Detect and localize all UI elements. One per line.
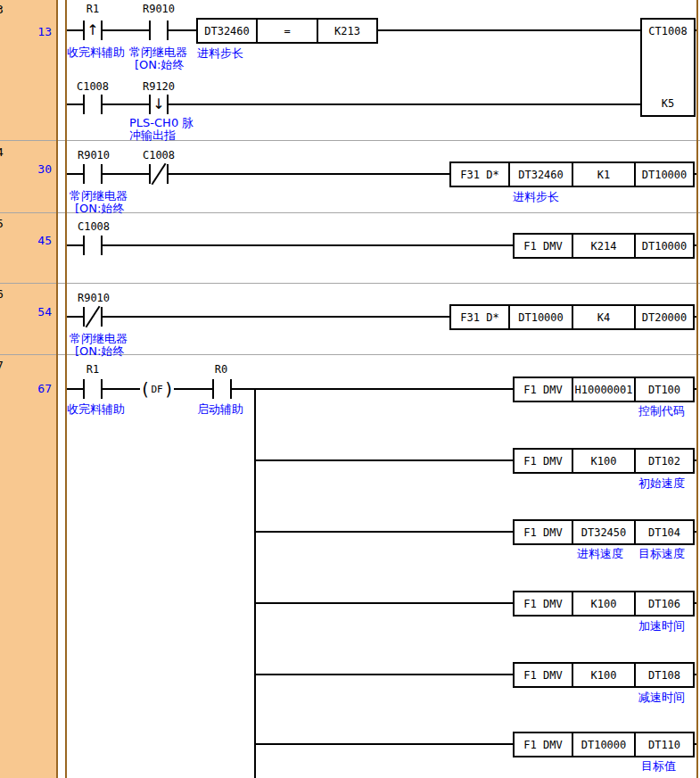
instruction-block[interactable]: F1 DMV K100 DT102 (513, 448, 695, 474)
instruction-operand: DT100 (634, 378, 693, 401)
contact-device-name[interactable]: R9010 (71, 149, 116, 161)
wire-segment (174, 388, 212, 390)
nc-slash (86, 306, 101, 328)
comment-label: 初始速度 (638, 476, 685, 492)
nc-contact[interactable] (167, 164, 169, 184)
branch-wire (254, 388, 256, 778)
no-contact[interactable] (83, 164, 85, 184)
df-label: DF (150, 384, 163, 395)
comment-label: 启动辅助 (197, 401, 243, 418)
right-bus-rail (696, 0, 698, 778)
instruction-mnemonic: F1 DMV (515, 521, 572, 543)
rung-separator (0, 140, 700, 141)
instruction-operand: K1 (572, 163, 634, 186)
wire-segment (169, 103, 640, 105)
wire-segment (103, 173, 149, 175)
contact-device-name[interactable]: R0 (203, 363, 239, 376)
comment-label: 目标速度 (638, 546, 685, 562)
wire-segment (254, 743, 513, 745)
instruction-mnemonic: F1 DMV (515, 733, 572, 756)
comment-label: [ON:始终 (135, 57, 184, 73)
no-contact[interactable] (167, 21, 169, 40)
nc-contact[interactable] (101, 307, 103, 327)
wire-segment (67, 316, 83, 318)
comment-label: 进料步长 (513, 189, 559, 205)
no-contact[interactable] (83, 95, 85, 114)
rung-number: 5 (0, 217, 4, 230)
df-paren: ( (140, 378, 150, 401)
contact-device-name[interactable]: R9120 (136, 80, 181, 93)
nc-contact[interactable] (149, 164, 151, 184)
instruction-block[interactable]: F31 D* DT32460 K1 DT10000 (449, 161, 695, 187)
instruction-operand: K100 (572, 664, 634, 686)
instruction-operand: DT110 (634, 733, 693, 756)
instruction-operand: DT106 (634, 592, 693, 615)
instruction-block[interactable]: F1 DMV H10000001 DT100 (513, 377, 695, 402)
step-number: 45 (23, 234, 52, 247)
instruction-operand: DT32450 (572, 521, 634, 543)
rising-edge-arrow-icon: ↑ (85, 20, 101, 41)
instruction-operand: DT104 (634, 521, 693, 543)
contact-device-name[interactable]: R9010 (136, 3, 181, 15)
wire-segment (103, 388, 141, 390)
step-number: 13 (23, 25, 52, 38)
instruction-operand: K100 (572, 450, 634, 472)
no-contact[interactable] (212, 379, 214, 399)
compare-operand: DT32460 (198, 20, 256, 42)
no-contact[interactable] (101, 379, 103, 399)
wire-segment (103, 103, 149, 105)
instruction-block[interactable]: F1 DMV DT10000 DT110 (513, 732, 695, 757)
rung-number: 4 (0, 145, 4, 159)
nc-slash (152, 163, 167, 186)
compare-operator: = (256, 20, 317, 42)
instruction-block[interactable]: F1 DMV K100 DT106 (513, 591, 695, 617)
instruction-operand: DT10000 (572, 733, 634, 756)
contact-device-name[interactable]: R9010 (71, 292, 116, 304)
instruction-block[interactable]: F31 D* DT10000 K4 DT20000 (449, 304, 695, 330)
instruction-operand: DT108 (634, 664, 693, 686)
instruction-operand: DT10000 (508, 306, 572, 328)
wire-segment (67, 173, 83, 175)
contact-device-name[interactable]: C1008 (136, 149, 181, 161)
compare-block[interactable]: DT32460 = K213 (196, 18, 378, 44)
falling-edge-arrow-icon: ↓ (151, 94, 167, 115)
falling-edge-contact[interactable] (167, 95, 169, 114)
instruction-block[interactable]: F1 DMV DT32450 DT104 (513, 519, 695, 545)
comment-label: 减速时间 (638, 690, 685, 706)
instruction-block[interactable]: F1 DMV K214 DT10000 (513, 233, 695, 259)
instruction-operand: DT102 (634, 450, 693, 472)
contact-device-name[interactable]: R1 (75, 3, 111, 15)
step-number: 67 (23, 382, 52, 395)
df-instruction[interactable]: ( DF ) (140, 378, 174, 401)
instruction-operand: K214 (572, 235, 634, 257)
step-number: 30 (23, 162, 52, 176)
no-contact[interactable] (83, 379, 85, 399)
comment-label: 进料步长 (197, 46, 243, 62)
comment-label: 收完料辅助 (67, 45, 125, 61)
no-contact[interactable] (101, 164, 103, 184)
wire-segment (103, 29, 149, 31)
rung-number: 3 (0, 3, 4, 16)
no-contact[interactable] (101, 95, 103, 114)
instruction-mnemonic: F1 DMV (515, 664, 572, 686)
rising-edge-contact[interactable] (101, 21, 103, 40)
instruction-block[interactable]: F1 DMV K100 DT108 (513, 662, 695, 688)
comment-label: 控制代码 (638, 403, 685, 419)
instruction-mnemonic: F1 DMV (515, 450, 572, 472)
no-contact[interactable] (83, 236, 85, 255)
no-contact[interactable] (230, 379, 232, 399)
wire-segment (103, 244, 513, 246)
instruction-operand: K100 (572, 592, 634, 615)
comment-label: 进料速度 (577, 546, 623, 562)
nc-contact[interactable] (83, 307, 85, 327)
no-contact[interactable] (149, 21, 151, 40)
step-number: 54 (23, 305, 52, 319)
contact-device-name[interactable]: C1008 (71, 220, 116, 233)
contact-device-name[interactable]: R1 (75, 363, 111, 376)
instruction-operand: H10000001 (572, 378, 634, 401)
no-contact[interactable] (101, 236, 103, 255)
contact-device-name[interactable]: C1008 (70, 80, 115, 93)
counter-block[interactable]: CT1008 K5 (640, 18, 696, 117)
wire-segment (232, 388, 513, 390)
wire-segment (254, 674, 513, 675)
